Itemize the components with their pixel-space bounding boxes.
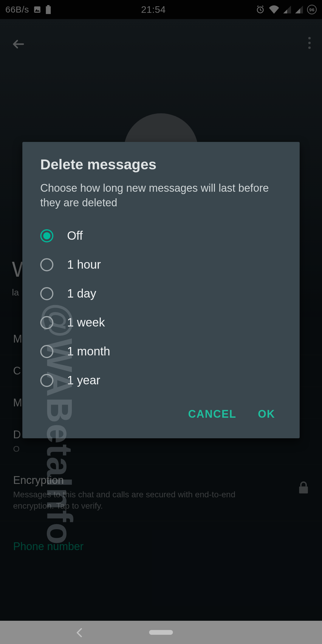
option-label: 1 year	[67, 374, 100, 387]
option-label: 1 week	[67, 316, 105, 329]
dialog-description: Choose how long new messages will last b…	[22, 173, 300, 213]
nav-home-pill[interactable]	[149, 630, 173, 635]
cancel-button[interactable]: CANCEL	[188, 408, 236, 420]
radio-icon	[40, 287, 53, 300]
nav-back-icon[interactable]	[76, 628, 83, 638]
option-1-year[interactable]: 1 year	[33, 366, 289, 395]
radio-icon	[40, 229, 53, 242]
dialog-options: Off 1 hour 1 day 1 week 1 month 1 year	[22, 213, 300, 395]
radio-icon	[40, 258, 53, 271]
option-1-month[interactable]: 1 month	[33, 337, 289, 366]
radio-icon	[40, 345, 53, 358]
ok-button[interactable]: OK	[258, 408, 275, 420]
option-1-hour[interactable]: 1 hour	[33, 250, 289, 279]
delete-messages-dialog: Delete messages Choose how long new mess…	[22, 142, 300, 438]
dialog-title: Delete messages	[22, 156, 300, 173]
android-nav-bar	[0, 621, 322, 644]
option-1-day[interactable]: 1 day	[33, 279, 289, 308]
option-label: 1 hour	[67, 258, 101, 271]
option-off[interactable]: Off	[33, 221, 289, 250]
radio-icon	[40, 374, 53, 387]
option-label: 1 day	[67, 287, 96, 300]
radio-icon	[40, 316, 53, 329]
option-label: 1 month	[67, 345, 110, 358]
option-label: Off	[67, 229, 83, 242]
dialog-actions: CANCEL OK	[22, 395, 300, 433]
option-1-week[interactable]: 1 week	[33, 308, 289, 337]
